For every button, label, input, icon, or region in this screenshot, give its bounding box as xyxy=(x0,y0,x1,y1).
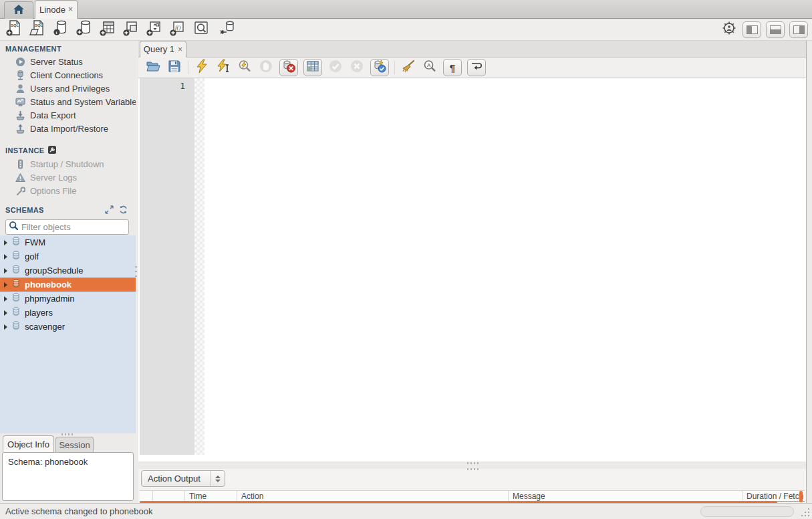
explain-button[interactable] xyxy=(237,60,253,76)
sidebar-item-users-privileges[interactable]: Users and Privileges xyxy=(0,82,136,95)
spinner-arrows-icon[interactable] xyxy=(210,471,225,486)
server-status-icon xyxy=(15,56,25,67)
create-schema-button[interactable] xyxy=(76,21,93,38)
splitter-grip[interactable] xyxy=(467,468,479,470)
save-script-button[interactable] xyxy=(166,60,182,76)
column-header-action[interactable]: Action xyxy=(237,491,509,501)
sidebar-item-server-status[interactable]: Server Status xyxy=(0,55,136,68)
sidebar-item-data-export[interactable]: Data Export xyxy=(0,108,136,122)
tab-session[interactable]: Session xyxy=(55,437,94,452)
execute-button[interactable] xyxy=(194,60,210,76)
sql-editor[interactable]: 1 xyxy=(138,78,806,496)
toggle-left-sidebar-button[interactable] xyxy=(742,21,761,38)
limit-rows-button[interactable] xyxy=(303,59,322,76)
create-view-button[interactable] xyxy=(122,21,140,38)
schema-row-groupschedule[interactable]: groupSchedule xyxy=(0,264,136,278)
info-tab-bar: Object Info Session xyxy=(0,435,138,452)
column-header-blank-1[interactable] xyxy=(140,491,153,501)
open-folder-icon xyxy=(146,59,160,76)
expander-icon[interactable] xyxy=(4,254,7,260)
stop-hand-icon xyxy=(259,59,273,76)
close-icon[interactable]: × xyxy=(68,5,73,14)
create-table-icon xyxy=(99,19,116,39)
filter-objects-input[interactable] xyxy=(21,222,139,232)
new-sql-tab-button[interactable]: SQL xyxy=(5,21,23,38)
schema-filter[interactable] xyxy=(5,219,129,235)
tab-query-1[interactable]: Query 1 × xyxy=(140,41,186,58)
new-sql-tab-icon: SQL xyxy=(5,19,23,39)
sidebar-item-options-file[interactable]: Options File xyxy=(0,184,136,197)
rollback-button[interactable] xyxy=(349,60,365,76)
sidebar-item-data-import[interactable]: Data Import/Restore xyxy=(0,122,136,135)
schema-row-scavenger[interactable]: scavenger xyxy=(0,320,136,334)
commit-button[interactable] xyxy=(327,60,344,76)
gear-icon xyxy=(722,21,736,38)
expander-icon[interactable] xyxy=(4,296,7,302)
refresh-schemas-icon[interactable] xyxy=(119,205,128,215)
connection-tab[interactable]: Linode × xyxy=(35,0,78,19)
expander-icon[interactable] xyxy=(4,282,7,288)
create-table-button[interactable] xyxy=(99,21,116,38)
schema-row-players[interactable]: players xyxy=(0,306,136,320)
startup-shutdown-icon xyxy=(15,159,25,169)
schema-row-phpmyadmin[interactable]: phpmyadmin xyxy=(0,292,136,306)
search-data-button[interactable] xyxy=(192,21,210,38)
management-section-header: MANAGEMENT xyxy=(0,43,136,55)
schema-row-golf[interactable]: golf xyxy=(0,249,136,264)
svg-text:SQL: SQL xyxy=(35,23,43,27)
toggle-stop-on-error-button[interactable] xyxy=(279,59,298,76)
column-header-message[interactable]: Message xyxy=(509,491,742,501)
user-icon xyxy=(15,83,25,94)
expand-schemas-icon[interactable] xyxy=(105,205,114,215)
status-variables-icon xyxy=(15,96,25,107)
wrap-text-icon xyxy=(470,60,483,76)
wrench-badge-icon xyxy=(48,146,56,155)
sidebar-splitter[interactable] xyxy=(135,266,138,277)
schema-row-phonebook[interactable]: phonebook xyxy=(0,278,136,292)
reconnect-database-button[interactable] xyxy=(219,21,236,38)
home-tab[interactable] xyxy=(4,1,33,19)
resize-grip[interactable] xyxy=(801,508,810,517)
connection-tab-label: Linode xyxy=(39,5,65,15)
main-toolbar: SQL SQL i xyxy=(0,19,812,41)
sidebar-item-client-connections[interactable]: Client Connections xyxy=(0,68,136,82)
clear-query-button[interactable] xyxy=(400,60,416,76)
show-invisibles-button[interactable]: ¶ xyxy=(443,59,462,76)
schema-row-fwm[interactable]: FWM xyxy=(0,235,136,249)
tab-object-info[interactable]: Object Info xyxy=(3,435,54,452)
open-script-button[interactable] xyxy=(145,60,161,76)
output-vscrollbar[interactable] xyxy=(799,491,803,502)
open-sql-file-icon: SQL xyxy=(29,19,46,39)
column-header-duration-fetch[interactable]: Duration / Fetch xyxy=(742,491,805,501)
schema-icon xyxy=(11,279,21,290)
schema-icon xyxy=(11,237,21,248)
sidebar-item-status-system-variables[interactable]: Status and System Variables xyxy=(0,95,136,108)
expander-icon[interactable] xyxy=(4,240,7,245)
create-schema-icon xyxy=(76,19,93,39)
toggle-wrap-button[interactable] xyxy=(467,59,486,76)
execute-current-statement-button[interactable] xyxy=(215,60,231,76)
client-connections-icon xyxy=(15,70,25,80)
toggle-bottom-panel-button[interactable] xyxy=(766,21,785,38)
sidebar-item-server-logs[interactable]: Server Logs xyxy=(0,171,136,184)
open-sql-file-button[interactable]: SQL xyxy=(29,21,46,38)
column-header-time[interactable]: Time xyxy=(185,491,237,501)
expander-icon[interactable] xyxy=(4,310,7,316)
expander-icon[interactable] xyxy=(4,324,7,330)
create-function-button[interactable]: f() xyxy=(169,21,186,38)
expander-icon[interactable] xyxy=(4,268,7,274)
preferences-button[interactable] xyxy=(720,21,738,38)
splitter-grip[interactable] xyxy=(467,462,479,464)
inspect-database-button[interactable]: i xyxy=(52,21,70,38)
output-panel: Action Output Time Action Message Durati… xyxy=(138,469,806,503)
create-procedure-button[interactable] xyxy=(146,21,163,38)
stop-execution-button[interactable] xyxy=(258,60,274,76)
save-icon xyxy=(167,59,182,76)
close-icon[interactable]: × xyxy=(178,45,182,54)
toggle-right-sidebar-button[interactable] xyxy=(789,21,808,38)
find-button[interactable]: A xyxy=(422,60,438,76)
column-header-blank-2[interactable] xyxy=(153,491,185,501)
output-selector[interactable]: Action Output xyxy=(141,470,225,487)
toggle-autocommit-button[interactable] xyxy=(370,59,389,76)
sidebar-item-startup-shutdown[interactable]: Startup / Shutdown xyxy=(0,157,136,171)
